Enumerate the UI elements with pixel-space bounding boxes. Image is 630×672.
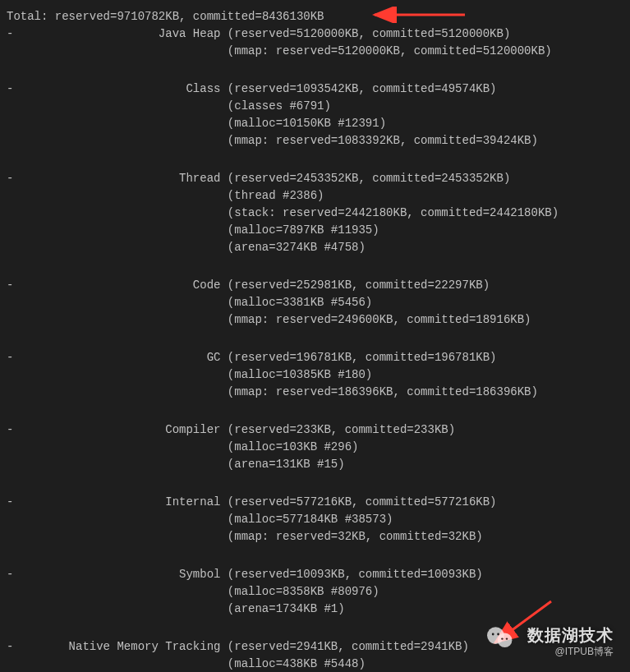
blank-line (7, 401, 623, 418)
section-detail: (malloc=7897KB #11935) (7, 222, 623, 239)
section-detail: (malloc=3381KB #5456) (7, 294, 623, 311)
blank-line (7, 473, 623, 490)
section-detail: (malloc=577184KB #38573) (7, 511, 623, 528)
section-detail: (malloc=10150KB #12391) (7, 115, 623, 132)
blank-line (7, 60, 623, 77)
total-line: Total: reserved=9710782KB, committed=843… (7, 8, 623, 25)
section-header: - Thread (reserved=2453352KB, committed=… (7, 170, 623, 187)
section-detail: (malloc=10385KB #180) (7, 366, 623, 384)
nmt-section: - Compiler (reserved=233KB, committed=23… (7, 421, 623, 490)
section-header: - Internal (reserved=577216KB, committed… (7, 494, 623, 511)
watermark-title: 数据湖技术 (527, 624, 614, 646)
section-detail: (arena=131KB #15) (7, 456, 623, 473)
section-detail: (stack: reserved=2442180KB, committed=24… (7, 205, 623, 222)
nmt-section: - Internal (reserved=577216KB, committed… (7, 494, 623, 563)
section-detail: (malloc=103KB #296) (7, 439, 623, 456)
section-header: - Code (reserved=252981KB, committed=222… (7, 277, 623, 294)
nmt-section: - Code (reserved=252981KB, committed=222… (7, 277, 623, 346)
blank-line (7, 329, 623, 346)
watermark-subtitle: @ITPUB博客 (527, 646, 614, 659)
section-header: - Symbol (reserved=10093KB, committed=10… (7, 566, 623, 583)
section-header: - Java Heap (reserved=5120000KB, committ… (7, 25, 623, 43)
svg-point-5 (498, 633, 513, 647)
nmt-section: - Class (reserved=1093542KB, committed=4… (7, 81, 623, 167)
total-committed: 8436130KB (262, 10, 324, 23)
section-detail: (arena=3274KB #4758) (7, 239, 623, 256)
svg-point-9 (506, 637, 508, 639)
section-detail: (mmap: reserved=186396KB, committed=1863… (7, 384, 623, 401)
wechat-icon (484, 621, 517, 654)
section-detail: (thread #2386) (7, 187, 623, 205)
section-detail: (mmap: reserved=5120000KB, committed=512… (7, 43, 623, 60)
svg-point-6 (492, 633, 494, 636)
section-header: - Compiler (reserved=233KB, committed=23… (7, 421, 623, 439)
watermark: 数据湖技术 @ITPUB博客 (527, 624, 614, 659)
nmt-section: - Java Heap (reserved=5120000KB, committ… (7, 25, 623, 77)
section-detail: (mmap: reserved=32KB, committed=32KB) (7, 528, 623, 545)
nmt-sections: - Java Heap (reserved=5120000KB, committ… (7, 25, 623, 672)
section-header: - Class (reserved=1093542KB, committed=4… (7, 81, 623, 98)
blank-line (7, 545, 623, 563)
nmt-section: - GC (reserved=196781KB, committed=19678… (7, 349, 623, 418)
blank-line (7, 256, 623, 274)
total-reserved: 9710782KB (117, 10, 179, 23)
nmt-section: - Thread (reserved=2453352KB, committed=… (7, 170, 623, 274)
section-detail: (mmap: reserved=1083392KB, committed=394… (7, 132, 623, 150)
svg-point-7 (497, 633, 499, 636)
section-detail: (classes #6791) (7, 98, 623, 115)
svg-point-8 (501, 637, 503, 639)
section-detail: (arena=1734KB #1) (7, 601, 623, 618)
section-detail: (mmap: reserved=249600KB, committed=1891… (7, 311, 623, 329)
section-detail: (malloc=8358KB #80976) (7, 583, 623, 601)
section-header: - GC (reserved=196781KB, committed=19678… (7, 349, 623, 366)
blank-line (7, 150, 623, 167)
